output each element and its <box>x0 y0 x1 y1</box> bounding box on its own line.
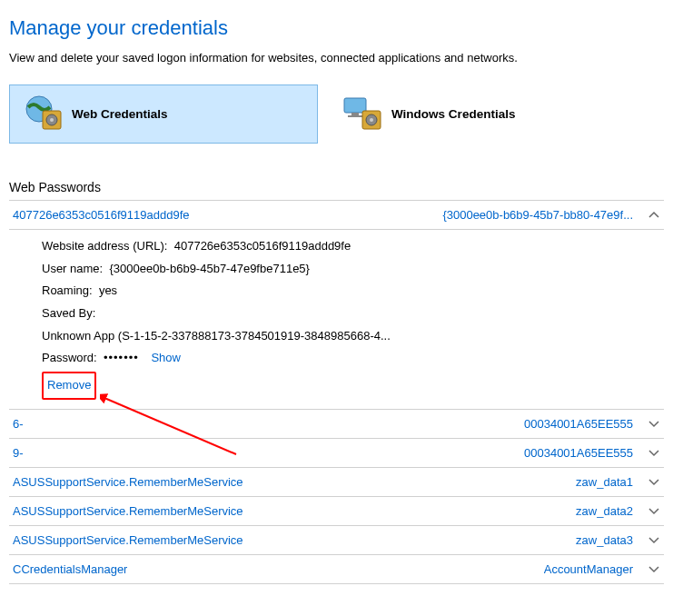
credential-user: zaw_data3 <box>576 533 633 547</box>
credential-user: 00034001A65EE555 <box>524 417 633 431</box>
tab-web-label: Web Credentials <box>72 107 168 121</box>
credential-row[interactable]: ASUSSupportService.RememberMeServicezaw_… <box>9 496 664 525</box>
credential-row[interactable]: 9-00034001A65EE555 <box>9 438 664 467</box>
show-password-link[interactable]: Show <box>151 351 181 364</box>
credential-row-expanded[interactable]: 407726e6353c0516f9119addd9fe {3000ee0b-b… <box>9 200 664 229</box>
credential-row[interactable]: CCredentialsManagerAccountManager <box>9 554 664 584</box>
credential-user: zaw_data1 <box>576 475 633 489</box>
credential-row[interactable]: ASUSSupportService.RememberMeServicezaw_… <box>9 467 664 496</box>
credential-tabs: Web Credentials Windows Credentials <box>9 84 664 144</box>
globe-safe-icon <box>23 94 63 134</box>
monitor-safe-icon <box>342 94 382 134</box>
remove-credential-link[interactable]: Remove <box>42 372 96 400</box>
chevron-down-icon <box>648 504 660 517</box>
url-value: 407726e6353c0516f9119addd9fe <box>174 239 351 253</box>
credential-row[interactable]: 6-00034001A65EE555 <box>9 409 664 438</box>
savedby-value: Unknown App (S-1-15-2-337888173-37845019… <box>42 329 391 343</box>
chevron-down-icon <box>648 417 660 430</box>
credential-site: 407726e6353c0516f9119addd9fe <box>13 208 189 222</box>
password-value: ••••••• <box>104 351 139 364</box>
svg-rect-5 <box>344 98 366 113</box>
chevron-down-icon <box>648 562 660 575</box>
svg-point-4 <box>50 118 54 122</box>
credential-user: 00034001A65EE555 <box>524 446 633 460</box>
credential-detail: Website address (URL): 407726e6353c0516f… <box>9 229 664 409</box>
chevron-down-icon <box>648 533 660 546</box>
credential-site: 9- <box>13 446 24 460</box>
tab-web-credentials[interactable]: Web Credentials <box>9 84 318 144</box>
credential-site: ASUSSupportService.RememberMeService <box>13 475 243 489</box>
svg-rect-7 <box>348 115 362 117</box>
savedby-label: Saved By: <box>42 306 95 320</box>
credential-site: CCredentialsManager <box>13 562 127 576</box>
credential-user: AccountManager <box>544 562 633 576</box>
svg-point-10 <box>370 118 373 122</box>
credential-row[interactable]: ASUSSupportService.RememberMeServicezaw_… <box>9 525 664 554</box>
page-subtitle: View and delete your saved logon informa… <box>9 51 664 65</box>
url-label: Website address (URL): <box>42 239 167 253</box>
password-label: Password: <box>42 351 97 364</box>
chevron-down-icon <box>648 475 660 488</box>
credential-site: 6- <box>13 417 24 431</box>
chevron-down-icon <box>648 446 660 459</box>
user-label: User name: <box>42 262 103 275</box>
credential-user: {3000ee0b-b6b9-45b7-bb80-47e9f... <box>442 208 633 222</box>
credential-site: ASUSSupportService.RememberMeService <box>13 504 243 518</box>
page-title: Manage your credentials <box>9 16 664 40</box>
roaming-label: Roaming: <box>42 283 93 297</box>
tab-windows-credentials[interactable]: Windows Credentials <box>329 84 638 144</box>
tab-windows-label: Windows Credentials <box>391 107 515 121</box>
svg-rect-6 <box>351 113 359 115</box>
roaming-value: yes <box>99 283 117 297</box>
user-value: {3000ee0b-b6b9-45b7-47e9fbe711e5} <box>109 262 310 275</box>
section-title: Web Passwords <box>9 180 664 194</box>
credential-user: zaw_data2 <box>576 504 633 518</box>
credential-site: ASUSSupportService.RememberMeService <box>13 533 243 547</box>
chevron-up-icon <box>648 209 660 222</box>
